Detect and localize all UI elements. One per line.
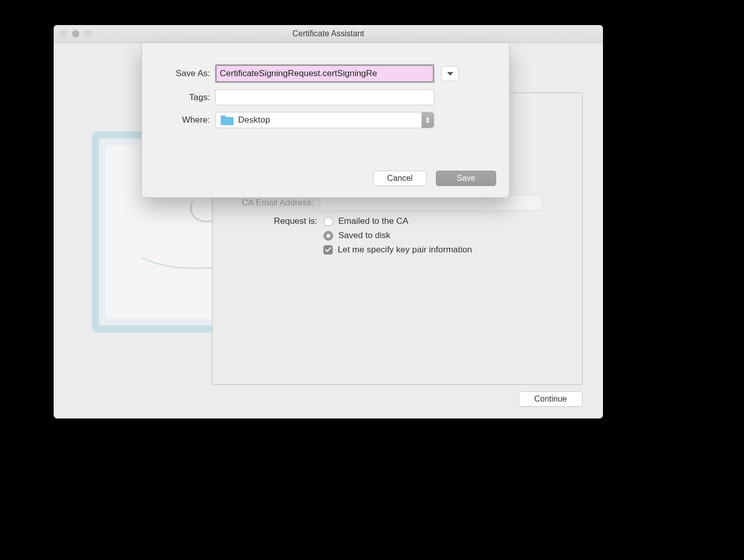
close-button[interactable] [60,30,67,37]
tags-row: Tags: [142,89,509,105]
zoom-button[interactable] [84,30,91,37]
where-row: Where: Desktop [142,112,509,128]
radio-emailed[interactable]: Emailed to the CA [323,216,472,226]
request-options: Emailed to the CA Saved to disk Let me s… [323,216,472,255]
save-as-row: Save As: CertificateSigningRequest.certS… [142,64,509,83]
radio-emailed-label: Emailed to the CA [338,216,408,226]
save-as-label: Save As: [142,68,215,79]
tags-label: Tags: [142,92,215,103]
ca-email-label: CA Email Address: [233,198,320,208]
titlebar: Certificate Assistant [54,25,603,43]
window-title: Certificate Assistant [292,29,364,38]
where-label: Where: [142,115,215,125]
chevron-up-icon [426,117,430,120]
checkbox-specify[interactable]: Let me specify key pair information [323,245,472,255]
chevron-down-icon [447,72,453,76]
where-select[interactable]: Desktop [215,112,434,128]
continue-label: Continue [534,394,567,404]
tags-input[interactable] [215,89,434,105]
expand-save-dialog-button[interactable] [441,66,459,81]
chevron-down-icon [426,121,430,123]
radio-icon [323,217,333,226]
radio-icon [323,231,333,241]
radio-saved[interactable]: Saved to disk [323,230,472,241]
traffic-lights [60,30,91,37]
checkbox-icon [323,245,333,254]
minimize-button[interactable] [72,30,79,37]
window-body: g. Click CA Email Address: Request is: E… [54,43,603,418]
save-button[interactable]: Save [436,171,496,186]
request-label: Request is: [266,216,323,226]
checkbox-specify-label: Let me specify key pair information [338,245,472,255]
cancel-label: Cancel [387,174,413,183]
save-as-value: CertificateSigningRequest.certSigningRe [220,68,377,79]
save-as-input[interactable]: CertificateSigningRequest.certSigningRe [215,64,434,83]
certificate-assistant-window: Certificate Assistant g. Click [54,25,603,418]
cancel-button[interactable]: Cancel [373,171,427,186]
folder-icon [220,114,234,126]
where-stepper[interactable] [422,112,434,128]
save-label: Save [457,174,475,183]
svg-rect-3 [221,118,234,119]
save-sheet: Save As: CertificateSigningRequest.certS… [142,43,509,198]
where-value: Desktop [238,115,270,125]
continue-button[interactable]: Continue [519,391,583,407]
sheet-buttons: Cancel Save [373,171,496,186]
radio-saved-label: Saved to disk [338,230,390,241]
request-section: Request is: Emailed to the CA Saved to d… [266,216,472,255]
